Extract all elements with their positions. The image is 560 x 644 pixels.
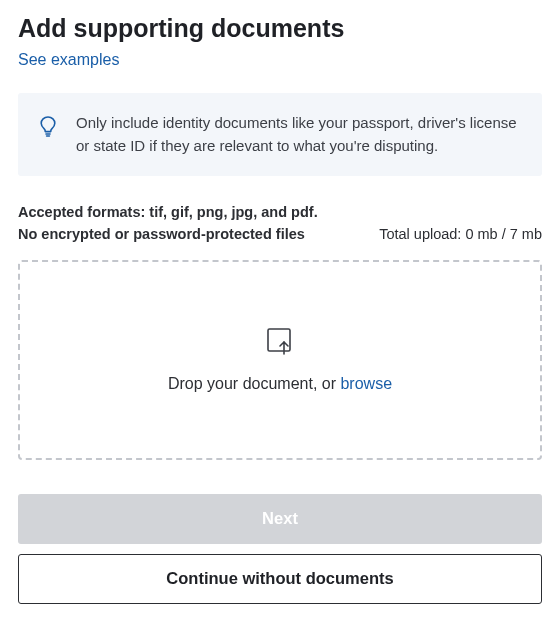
page-title: Add supporting documents xyxy=(18,14,542,43)
continue-without-button[interactable]: Continue without documents xyxy=(18,554,542,604)
drop-text: Drop your document, or browse xyxy=(168,375,392,393)
total-upload-label: Total upload: 0 mb / 7 mb xyxy=(379,226,542,242)
svg-rect-2 xyxy=(268,329,290,351)
lightbulb-icon xyxy=(38,115,58,141)
upload-icon xyxy=(264,327,296,359)
next-button[interactable]: Next xyxy=(18,494,542,544)
file-drop-zone[interactable]: Drop your document, or browse xyxy=(18,260,542,460)
info-callout: Only include identity documents like you… xyxy=(18,93,542,176)
browse-link[interactable]: browse xyxy=(340,375,392,392)
drop-text-prefix: Drop your document, or xyxy=(168,375,341,392)
no-encrypted-label: No encrypted or password-protected files xyxy=(18,226,305,242)
accepted-formats-label: Accepted formats: tif, gif, png, jpg, an… xyxy=(18,204,542,220)
see-examples-link[interactable]: See examples xyxy=(18,51,119,69)
file-restrictions-row: No encrypted or password-protected files… xyxy=(18,226,542,242)
info-text: Only include identity documents like you… xyxy=(76,111,522,158)
